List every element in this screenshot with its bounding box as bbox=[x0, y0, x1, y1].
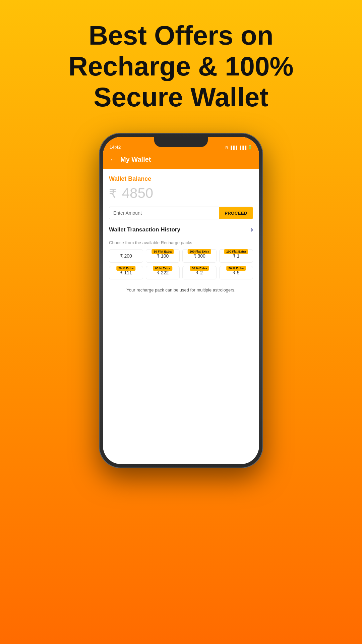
wallet-amount: ₹ 4850 bbox=[109, 185, 253, 201]
wallet-history-title: Wallet Transaction History bbox=[109, 226, 180, 233]
pack-badge-100: 50 Flat Extra bbox=[152, 249, 174, 254]
pack-card-2[interactable]: 60 % Extra ₹ 2 bbox=[182, 266, 217, 279]
app-content: Wallet Balance ₹ 4850 PROCEED Wallet Tra… bbox=[103, 169, 259, 304]
hero-line3: Secure Wallet bbox=[94, 82, 268, 112]
rupee-symbol: ₹ bbox=[109, 187, 117, 201]
hero-line2: Recharge & 100% bbox=[68, 51, 293, 81]
pack-card-222[interactable]: 60 % Extra ₹ 222 bbox=[146, 266, 180, 279]
pack-amount-300: ₹ 300 bbox=[193, 253, 205, 259]
enter-amount-input[interactable] bbox=[109, 207, 219, 219]
pack-amount-200: ₹ 200 bbox=[120, 253, 132, 259]
back-button[interactable]: ← bbox=[110, 156, 116, 163]
packs-row1: ₹ 200 50 Flat Extra ₹ 100 200 Flat Extra… bbox=[109, 249, 253, 263]
pack-amount-100: ₹ 100 bbox=[157, 253, 169, 259]
pack-card-300[interactable]: 200 Flat Extra ₹ 300 bbox=[182, 249, 217, 263]
phone-notch bbox=[154, 137, 208, 147]
pack-badge-5: 50 % Extra bbox=[226, 266, 246, 271]
pack-card-1[interactable]: 100 Flat Extra ₹ 1 bbox=[219, 249, 253, 263]
phone-inner: 14:42 R ▐▐▐ ▐▐▐ 🔋 ← My Wallet Wallet Bal… bbox=[103, 137, 259, 464]
pack-badge-2: 60 % Extra bbox=[190, 266, 209, 271]
app-title: My Wallet bbox=[120, 156, 151, 163]
hero-heading: Best Offers on Recharge & 100% Secure Wa… bbox=[42, 0, 320, 126]
pack-card-200[interactable]: ₹ 200 bbox=[109, 249, 143, 263]
pack-amount-1: ₹ 1 bbox=[233, 253, 240, 259]
pack-amount-111: ₹ 111 bbox=[120, 270, 132, 275]
recharge-packs-label: Choose from the available Recharge packs bbox=[109, 240, 253, 245]
wallet-history-row[interactable]: Wallet Transaction History › bbox=[109, 224, 253, 235]
footer-note: Your recharge pack can be used for multi… bbox=[109, 283, 253, 297]
pack-badge-111: 20 % Extra bbox=[116, 266, 136, 271]
status-time: 14:42 bbox=[110, 145, 121, 150]
signal-bars2-icon: ▐▐▐ bbox=[239, 146, 246, 150]
pack-card-111[interactable]: 20 % Extra ₹ 111 bbox=[109, 266, 143, 279]
packs-row2: 20 % Extra ₹ 111 60 % Extra ₹ 222 60 % E… bbox=[109, 266, 253, 279]
pack-card-5[interactable]: 50 % Extra ₹ 5 bbox=[219, 266, 253, 279]
enter-amount-row: PROCEED bbox=[109, 207, 253, 219]
chevron-right-icon: › bbox=[251, 225, 253, 234]
signal-bars-icon: ▐▐▐ bbox=[229, 146, 237, 150]
proceed-button[interactable]: PROCEED bbox=[219, 207, 253, 219]
pack-badge-1: 100 Flat Extra bbox=[224, 249, 248, 254]
signal-icon: R bbox=[225, 146, 228, 150]
phone-outer: 14:42 R ▐▐▐ ▐▐▐ 🔋 ← My Wallet Wallet Bal… bbox=[99, 133, 263, 468]
hero-line1: Best Offers on bbox=[88, 20, 273, 50]
pack-amount-5: ₹ 5 bbox=[233, 270, 240, 275]
pack-badge-222: 60 % Extra bbox=[153, 266, 172, 271]
pack-amount-2: ₹ 2 bbox=[196, 270, 203, 275]
pack-card-100[interactable]: 50 Flat Extra ₹ 100 bbox=[146, 249, 180, 263]
app-header: ← My Wallet bbox=[103, 152, 259, 169]
pack-amount-222: ₹ 222 bbox=[157, 270, 169, 275]
phone-mockup: 14:42 R ▐▐▐ ▐▐▐ 🔋 ← My Wallet Wallet Bal… bbox=[99, 133, 263, 468]
pack-badge-300: 200 Flat Extra bbox=[187, 249, 211, 254]
wallet-amount-value: 4850 bbox=[122, 185, 153, 201]
battery-icon: 🔋 bbox=[248, 145, 252, 150]
status-icons: R ▐▐▐ ▐▐▐ 🔋 bbox=[225, 145, 252, 150]
wallet-balance-label: Wallet Balance bbox=[109, 175, 253, 182]
